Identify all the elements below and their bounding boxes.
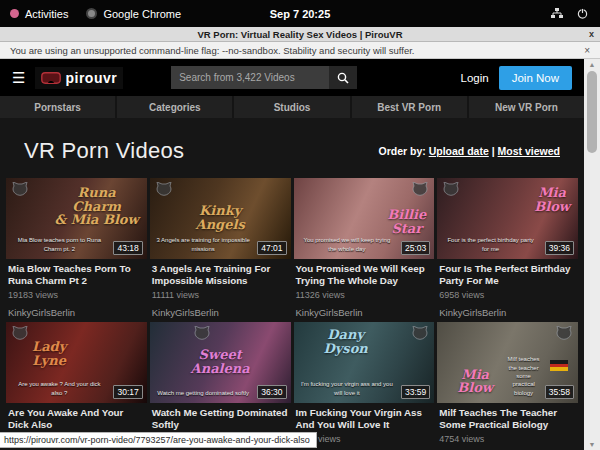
video-card-7[interactable]: Dany Dyson I'm fucking your virgin ass a…	[294, 322, 435, 444]
nav-new-vr-porn[interactable]: New VR Porn	[469, 96, 584, 118]
video-card-2[interactable]: Kinky Angels 3 Angels are training for i…	[150, 178, 291, 318]
join-now-button[interactable]: Join Now	[499, 66, 572, 90]
german-flag-icon	[550, 360, 568, 371]
thumb-caption: I'm fucking your virgin ass and you will…	[300, 380, 395, 397]
order-most-viewed-link[interactable]: Most viewed	[498, 145, 560, 157]
video-card-4[interactable]: Mia Blow Four is the perfect birthday pa…	[437, 178, 578, 318]
order-upload-date-link[interactable]: Upload date	[429, 145, 489, 157]
site-header: ☰ pirouvr Login Join Now	[0, 59, 584, 96]
site-logo[interactable]: pirouvr	[35, 67, 123, 89]
video-thumbnail[interactable]: Lady Lyne Are you awake ? And your dick …	[6, 322, 147, 403]
video-thumbnail[interactable]: Kinky Angels 3 Angels are training for i…	[150, 178, 291, 259]
duration-badge: 30:17	[113, 385, 142, 399]
studio-cat-mask-icon	[412, 182, 428, 200]
status-url-tooltip: https://pirouvr.com/vr-porn-video/779325…	[0, 432, 317, 448]
warning-text: You are using an unsupported command-lin…	[10, 45, 415, 56]
studio-cat-mask-icon	[412, 326, 428, 344]
menu-icon[interactable]: ☰	[12, 70, 25, 85]
duration-badge: 33:59	[401, 385, 430, 399]
video-title[interactable]: You Promised We Will Keep Trying The Who…	[294, 259, 435, 286]
duration-badge: 39:36	[545, 241, 574, 255]
video-title[interactable]: Four Is The Perfect Birthday Party For M…	[437, 259, 578, 286]
video-card-1[interactable]: Runa Charm & Mia Blow Mia Blow teaches p…	[6, 178, 147, 318]
activities-button[interactable]: Activities	[10, 8, 68, 20]
video-card-3[interactable]: Billie Star You promised we will keep tr…	[294, 178, 435, 318]
thumb-overlay-title: Billie Star	[387, 208, 426, 235]
video-card-5[interactable]: Lady Lyne Are you awake ? And your dick …	[6, 322, 147, 444]
duration-badge: 47:01	[257, 241, 286, 255]
video-thumbnail[interactable]: Billie Star You promised we will keep tr…	[294, 178, 435, 259]
power-icon[interactable]	[577, 8, 588, 19]
thumb-caption: 3 Angels are training for impossible mis…	[156, 236, 251, 253]
browser-title: VR Porn: Virtual Reality Sex Videos | Pi…	[197, 29, 402, 40]
thumb-caption: Mia Blow teaches porn to Runa Charm pt. …	[12, 236, 107, 253]
nav-pornstars[interactable]: Pornstars	[0, 96, 115, 118]
nav-categories[interactable]: Categories	[117, 96, 232, 118]
studio-cat-mask-icon	[194, 326, 210, 344]
thumb-caption: Four is the perfect birthday party for m…	[443, 236, 538, 253]
duration-badge: 25:03	[401, 241, 430, 255]
browser-title-bar: VR Porn: Virtual Reality Sex Videos | Pi…	[0, 27, 600, 42]
studio-cat-mask-icon	[556, 326, 572, 344]
video-thumbnail[interactable]: Sweet Analena Watch me getting dominated…	[150, 322, 291, 403]
video-grid: Runa Charm & Mia Blow Mia Blow teaches p…	[0, 178, 584, 444]
video-card-8[interactable]: Mia Blow Milf teaches the teacher some p…	[437, 322, 578, 444]
thumb-caption: Watch me getting dominated softly	[156, 389, 251, 397]
view-count: 6958 views	[437, 286, 578, 300]
chrome-icon	[86, 8, 97, 19]
view-count: 4754 views	[437, 430, 578, 444]
video-thumbnail[interactable]: Mia Blow Four is the perfect birthday pa…	[437, 178, 578, 259]
video-title[interactable]: Im Fucking Your Virgin Ass And You Will …	[294, 403, 435, 430]
video-title[interactable]: Milf Teaches The Teacher Some Practical …	[437, 403, 578, 430]
nav-studios[interactable]: Studios	[234, 96, 349, 118]
view-count: 11111 views	[150, 286, 291, 300]
scroll-up-icon[interactable]: ▲	[589, 60, 596, 69]
activities-icon	[10, 9, 19, 18]
search-button[interactable]	[329, 66, 357, 89]
warning-close-icon[interactable]: ×	[584, 45, 590, 56]
thumb-caption: You promised we will keep trying the who…	[300, 236, 395, 253]
studio-link[interactable]: KinkyGirlsBerlin	[294, 300, 435, 318]
window-close-icon[interactable]: x	[589, 29, 594, 39]
studio-cat-mask-icon	[443, 182, 459, 200]
video-thumbnail[interactable]: Runa Charm & Mia Blow Mia Blow teaches p…	[6, 178, 147, 259]
thumb-overlay-title: Runa Charm & Mia Blow	[54, 186, 138, 227]
network-icon[interactable]	[551, 8, 563, 19]
studio-link[interactable]: KinkyGirlsBerlin	[150, 300, 291, 318]
view-count: 19183 views	[6, 286, 147, 300]
vr-goggles-icon	[41, 72, 61, 84]
vertical-scrollbar[interactable]: ▲ ▼	[584, 59, 600, 450]
duration-badge: 43:18	[113, 241, 142, 255]
login-link[interactable]: Login	[461, 72, 489, 84]
thumb-caption: Milf teaches the teacher some practical …	[507, 355, 540, 397]
thumb-caption: Are you awake ? And your dick also ?	[12, 380, 107, 397]
video-title[interactable]: Are You Awake And Your Dick Also	[6, 403, 147, 430]
video-thumbnail[interactable]: Mia Blow Milf teaches the teacher some p…	[437, 322, 578, 403]
video-title[interactable]: Watch Me Getting Dominated Softly	[150, 403, 291, 430]
thumb-overlay-title: Mia Blow	[534, 186, 570, 213]
studio-link[interactable]: KinkyGirlsBerlin	[6, 300, 147, 318]
search-input[interactable]	[171, 66, 329, 89]
video-title[interactable]: 3 Angels Are Training For Impossible Mis…	[150, 259, 291, 286]
video-thumbnail[interactable]: Dany Dyson I'm fucking your virgin ass a…	[294, 322, 435, 403]
studio-cat-mask-icon	[156, 182, 172, 200]
clock[interactable]: Sep 7 20:25	[270, 8, 331, 20]
video-title[interactable]: Mia Blow Teaches Porn To Runa Charm Pt 2	[6, 259, 147, 286]
thumb-overlay-title: Mia Blow	[457, 368, 493, 395]
search-icon	[337, 72, 349, 84]
studio-link[interactable]: KinkyGirlsBerlin	[437, 300, 578, 318]
studio-cat-mask-icon	[12, 326, 28, 344]
scroll-down-icon[interactable]: ▼	[589, 440, 596, 449]
unsupported-flag-warning: You are using an unsupported command-lin…	[0, 42, 600, 59]
thumb-overlay-title: Sweet Analena	[150, 348, 291, 375]
order-by-label: Order by:	[379, 145, 426, 157]
activities-label: Activities	[25, 8, 68, 20]
duration-badge: 36:30	[257, 385, 286, 399]
scrollbar-thumb[interactable]	[587, 71, 597, 153]
video-card-6[interactable]: Sweet Analena Watch me getting dominated…	[150, 322, 291, 444]
chrome-label: Google Chrome	[103, 8, 181, 20]
page-content: ☰ pirouvr Login Join Now Pornstars Categ…	[0, 59, 584, 450]
nav-best-vr-porn[interactable]: Best VR Porn	[352, 96, 467, 118]
order-by: Order by: Upload date | Most viewed	[379, 145, 561, 157]
chrome-taskbar-button[interactable]: Google Chrome	[86, 8, 181, 20]
